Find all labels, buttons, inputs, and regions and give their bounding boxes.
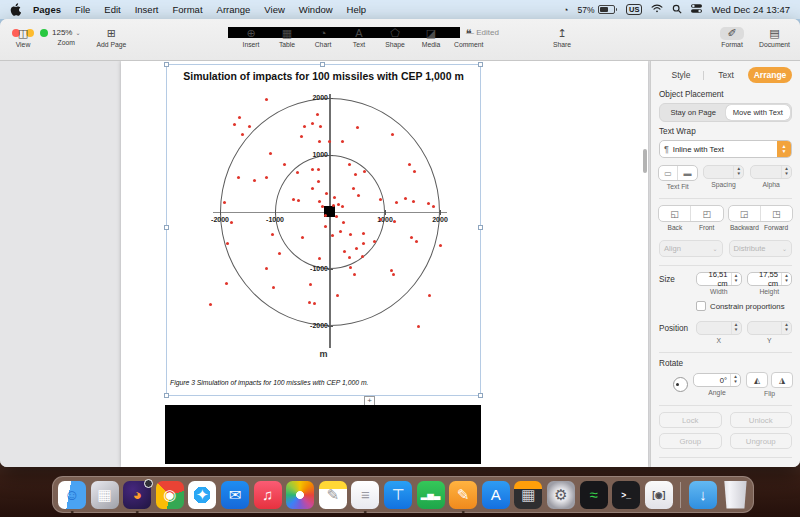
position-y-stepper[interactable]: ▲▼ <box>747 321 793 335</box>
menu-pages[interactable]: Pages <box>26 4 68 15</box>
vertical-scrollbar[interactable] <box>643 149 647 173</box>
menu-clock[interactable]: Wed Dec 24 13:47 <box>711 4 790 15</box>
firefox-icon[interactable]: ◕ <box>123 481 151 509</box>
menu-insert[interactable]: Insert <box>128 4 166 15</box>
menu-edit[interactable]: Edit <box>97 4 127 15</box>
selection-handle-top-center[interactable] <box>320 62 325 67</box>
selection-handle-top-right[interactable] <box>478 62 483 67</box>
toolbar-comment-button[interactable]: ❝Comment <box>454 27 483 48</box>
document-button[interactable]: ▤ Document <box>759 27 790 48</box>
status-menu-icon[interactable]: ◔ <box>563 5 568 15</box>
input-source-indicator[interactable]: US <box>626 4 642 15</box>
keynote-icon[interactable]: ⊤ <box>384 481 412 509</box>
menu-format[interactable]: Format <box>165 4 209 15</box>
system-settings-icon[interactable]: ⚙ <box>547 481 575 509</box>
move-to-back-button[interactable]: ◱ <box>659 206 690 221</box>
photos-icon[interactable] <box>286 481 314 509</box>
select-stepper-icon[interactable]: ▲▼ <box>777 141 791 157</box>
alpha-stepper[interactable]: ▲▼ <box>750 165 792 179</box>
wifi-icon[interactable] <box>651 4 663 15</box>
move-forward-button[interactable]: ◳ <box>760 206 792 221</box>
menu-file[interactable]: File <box>68 4 97 15</box>
toolbar-shape-button[interactable]: ⬠Shape <box>382 27 408 48</box>
spacing-stepper[interactable]: ▲▼ <box>703 165 745 179</box>
unlock-button[interactable]: Unlock <box>730 412 793 428</box>
zoom-control[interactable]: 125% ⌄ Zoom <box>48 27 85 46</box>
apple-menu-icon[interactable] <box>10 3 22 17</box>
calculator-icon[interactable]: ▦ <box>514 481 542 509</box>
chart-object-selected[interactable]: Simulation of impacts for 100 missiles w… <box>166 64 481 396</box>
textedit-icon[interactable]: ≡ <box>351 481 379 509</box>
menu-view[interactable]: View <box>257 4 291 15</box>
safari-icon[interactable]: ✦ <box>188 481 216 509</box>
figure-caption[interactable]: Figure 3 Simulation of impacts for 100 m… <box>170 379 368 386</box>
ungroup-button[interactable]: Ungroup <box>730 433 793 449</box>
text-fit-buttons[interactable]: ▭▬ <box>658 165 698 181</box>
angle-stepper[interactable]: 0°▲▼ <box>693 373 741 387</box>
menu-arrange[interactable]: Arrange <box>210 4 258 15</box>
text-wrap-select[interactable]: ¶ Inline with Text ▲▼ <box>659 140 792 158</box>
selection-handle-bottom-right[interactable] <box>478 393 483 398</box>
numbers-icon[interactable]: ▂▅▃ <box>417 481 445 509</box>
selection-handle-mid-right[interactable] <box>478 225 483 230</box>
group-button[interactable]: Group <box>659 433 722 449</box>
toolbar-table-button[interactable]: ▦Table <box>274 27 300 48</box>
tab-style[interactable]: Style <box>659 67 703 83</box>
move-to-front-button[interactable]: ◰ <box>690 206 722 221</box>
activity-monitor-icon[interactable]: ≈ <box>580 481 608 509</box>
align-dropdown[interactable]: Align⌄ <box>659 240 723 257</box>
document-page[interactable]: Simulation of impacts for 100 missiles w… <box>121 61 648 467</box>
menu-help[interactable]: Help <box>340 4 374 15</box>
toolbar-text-button[interactable]: AText <box>346 27 372 48</box>
terminal-icon[interactable]: >_ <box>612 481 640 509</box>
trash-icon[interactable] <box>721 481 749 509</box>
spotlight-search-icon[interactable] <box>672 4 682 16</box>
rotate-knob[interactable] <box>673 377 688 392</box>
text-wrap-label: Text Wrap <box>659 127 792 136</box>
flip-horizontal-button[interactable]: ◭ <box>746 372 768 388</box>
shape-icon: ⬠ <box>390 27 400 40</box>
selection-handle-bottom-left[interactable] <box>164 393 169 398</box>
mail-icon[interactable]: ✉ <box>221 481 249 509</box>
share-button[interactable]: ↥ Share <box>549 27 575 48</box>
impact-point <box>209 303 212 306</box>
app-store-icon[interactable]: A <box>482 481 510 509</box>
tab-text[interactable]: Text <box>704 67 748 83</box>
screenshot-icon[interactable]: [◉] <box>645 481 673 509</box>
constrain-proportions-checkbox[interactable] <box>696 301 706 311</box>
impact-point <box>241 133 244 136</box>
view-button[interactable]: ◫ View <box>10 27 36 48</box>
selection-handle-top-left[interactable] <box>164 62 169 67</box>
text-fit-off-icon[interactable]: ▭ <box>659 166 677 180</box>
selection-handle-mid-left[interactable] <box>164 225 169 230</box>
finder-icon[interactable]: ☺ <box>58 481 86 509</box>
width-stepper[interactable]: 16,51 cm▲▼ <box>696 272 742 286</box>
move-backward-button[interactable]: ◲ <box>729 206 760 221</box>
menu-bar: PagesFileEditInsertFormatArrangeViewWind… <box>0 0 800 19</box>
format-button[interactable]: ✐ Format <box>719 27 745 48</box>
downloads-folder-icon[interactable]: ↓ <box>689 481 717 509</box>
flip-vertical-button[interactable]: ◮ <box>771 372 793 388</box>
toolbar-chart-button[interactable]: ◔Chart <box>310 27 336 48</box>
control-center-icon[interactable] <box>691 4 702 15</box>
add-page-button[interactable]: ⊞ Add Page <box>97 27 127 48</box>
menu-window[interactable]: Window <box>292 4 340 15</box>
position-x-stepper[interactable]: ▲▼ <box>696 321 742 335</box>
impact-point <box>349 266 352 269</box>
lock-button[interactable]: Lock <box>659 412 722 428</box>
stay-on-page-option[interactable]: Stay on Page <box>661 105 726 120</box>
battery-indicator[interactable]: 57% <box>578 5 618 15</box>
distribute-dropdown[interactable]: Distribute⌄ <box>729 240 793 257</box>
music-icon[interactable]: ♫ <box>254 481 282 509</box>
tab-arrange[interactable]: Arrange <box>748 67 792 83</box>
chrome-icon[interactable]: ◉ <box>156 481 184 509</box>
text-fit-on-icon[interactable]: ▬ <box>677 166 696 180</box>
text-icon: A <box>355 27 362 40</box>
toolbar-insert-button[interactable]: ⊕Insert <box>238 27 264 48</box>
pages-icon[interactable]: ✎ <box>449 481 477 509</box>
height-stepper[interactable]: 17,55 cm▲▼ <box>747 272 793 286</box>
launchpad-icon[interactable]: ▦ <box>91 481 119 509</box>
move-with-text-option[interactable]: Move with Text <box>726 105 791 120</box>
toolbar-media-button[interactable]: ◪Media <box>418 27 444 48</box>
notes-icon[interactable]: ✎ <box>319 481 347 509</box>
